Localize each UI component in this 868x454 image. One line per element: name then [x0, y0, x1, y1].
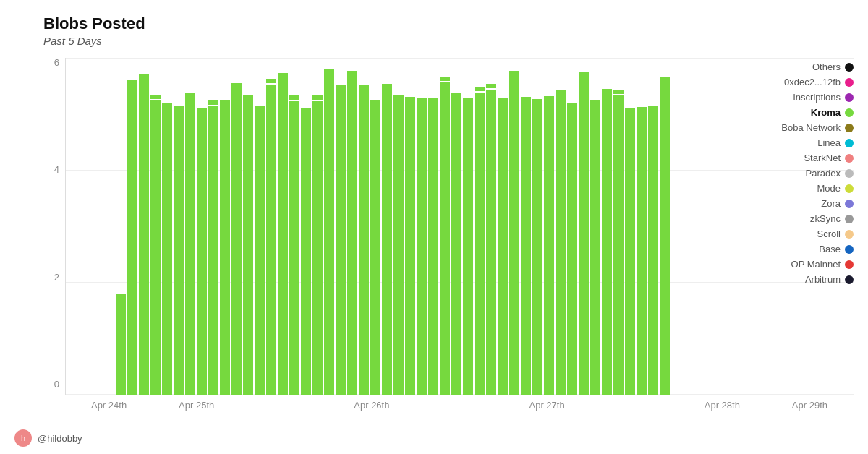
- bar-segment-kroma: [174, 106, 184, 395]
- bar: [417, 58, 427, 395]
- bar: [613, 58, 624, 395]
- bar: [440, 58, 450, 395]
- bar-segment-kroma: [185, 93, 195, 395]
- legend-label: Inscriptions: [793, 92, 841, 103]
- bar: [93, 58, 103, 395]
- bar-segment-kroma: [150, 100, 161, 395]
- legend-dot: [845, 93, 854, 102]
- bar-segment-kroma: [648, 106, 658, 395]
- legend-item: zkSync: [709, 213, 854, 224]
- legend-item: StarkNet: [709, 153, 854, 163]
- footer: h @hildobby: [14, 429, 82, 447]
- bar: [544, 58, 554, 395]
- legend-label: Arbitrum: [805, 274, 841, 285]
- bar: [602, 58, 612, 395]
- bar-segment-kroma: [544, 96, 554, 395]
- x-axis: Apr 24thApr 25thApr 26thApr 27thApr 28th…: [65, 395, 854, 411]
- bar-segment-kroma: [613, 95, 624, 395]
- legend-label: Others: [812, 61, 841, 72]
- bar: [69, 58, 80, 395]
- bar-segment-kroma: [428, 98, 438, 395]
- bar: [393, 58, 404, 395]
- bar: [370, 58, 380, 395]
- bar-segment-kroma: [127, 80, 137, 395]
- bar: [278, 58, 288, 395]
- bar: [220, 58, 230, 395]
- bar: [463, 58, 473, 395]
- bar: [475, 58, 485, 395]
- legend-label: Kroma: [811, 107, 841, 118]
- chart-title: Blobs Posted: [43, 14, 854, 33]
- bar: [150, 58, 161, 395]
- bar-segment-kroma: [625, 108, 635, 395]
- bar-segment-kroma: [567, 103, 577, 395]
- bar-segment-kroma: [266, 85, 276, 395]
- bar: [208, 58, 218, 395]
- legend-label: Boba Network: [781, 122, 841, 133]
- bar: [231, 58, 242, 395]
- bar: [486, 58, 496, 395]
- bar: [556, 58, 566, 395]
- bar: [347, 58, 357, 395]
- bar: [382, 58, 392, 395]
- legend-item: Paradex: [709, 168, 854, 179]
- bar: [405, 58, 415, 395]
- bar: [625, 58, 635, 395]
- legend-item: 0xdec2...12fb: [709, 77, 854, 87]
- legend-dot: [845, 275, 854, 284]
- bar: [104, 58, 114, 395]
- bar: [451, 58, 461, 395]
- bar-segment-kroma: [255, 106, 265, 395]
- bar: [648, 58, 658, 395]
- chart-container: Blobs Posted Past 5 Days 6 4 2 0: [0, 0, 868, 454]
- bar: [185, 58, 195, 395]
- bar-segment-kroma: [347, 71, 357, 395]
- bar: [660, 58, 670, 395]
- user-handle: @hildobby: [38, 433, 82, 444]
- bar: [289, 58, 299, 395]
- legend-dot: [845, 230, 854, 239]
- chart-area: 6 4 2 0 Apr 24thApr 25thApr 26thAp: [43, 58, 854, 411]
- bar: [532, 58, 542, 395]
- legend-label: Zora: [821, 198, 841, 209]
- x-label: Apr 26th: [328, 400, 415, 411]
- x-label: Apr 29th: [766, 400, 854, 411]
- bar-segment-kroma: [370, 100, 380, 395]
- legend-label: Linea: [817, 137, 841, 148]
- bar-segment-kroma: [312, 101, 323, 395]
- legend-item: Arbitrum: [709, 274, 854, 285]
- bar-segment-kroma: [324, 69, 334, 395]
- legend-label: StarkNet: [804, 153, 841, 163]
- bar-segment-kroma: [660, 77, 670, 395]
- bar-segment-kroma: [417, 98, 427, 395]
- bar: [197, 58, 207, 395]
- legend-item: OP Mainnet: [709, 259, 854, 270]
- legend-dot: [845, 215, 854, 223]
- bar-segment-kroma: [475, 93, 485, 395]
- bar-segment-kroma: [393, 95, 404, 395]
- bar-segment-kroma: [463, 98, 473, 395]
- legend-label: Paradex: [806, 168, 841, 179]
- bar: [336, 58, 346, 395]
- bar: [266, 58, 276, 395]
- bar: [312, 58, 323, 395]
- bar-segment-kroma: [602, 89, 612, 395]
- legend-label: Mode: [817, 183, 841, 194]
- bar-segment-kroma: [162, 103, 172, 395]
- bar: [428, 58, 438, 395]
- legend-label: 0xdec2...12fb: [784, 77, 841, 87]
- bar-segment-kroma: [509, 71, 519, 395]
- legend-dot: [845, 245, 854, 254]
- legend: Others0xdec2...12fbInscriptionsKromaBoba…: [709, 58, 854, 285]
- y-label-4: 4: [54, 165, 59, 174]
- bar: [243, 58, 253, 395]
- bar-segment-kroma: [278, 73, 288, 395]
- bar-segment-kroma: [637, 107, 647, 395]
- x-label: Apr 27th: [503, 400, 591, 411]
- bar: [567, 58, 577, 395]
- legend-label: zkSync: [810, 213, 841, 224]
- legend-dot: [845, 169, 854, 178]
- bar-segment-kroma: [289, 101, 299, 395]
- bar-segment-kroma: [116, 294, 126, 395]
- legend-label: Scroll: [817, 228, 841, 239]
